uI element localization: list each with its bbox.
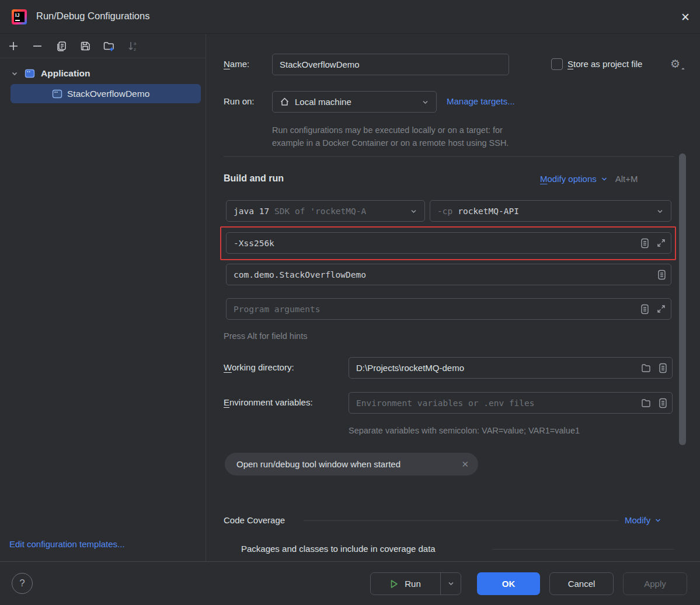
- ok-button[interactable]: OK: [477, 572, 540, 595]
- code-coverage-title: Code Coverage: [224, 515, 285, 525]
- working-directory-value: D:\Projects\rocketMQ-demo: [356, 363, 464, 373]
- chip-label: Open run/debug tool window when started: [236, 459, 401, 469]
- working-directory-field[interactable]: D:\Projects\rocketMQ-demo: [349, 357, 673, 379]
- field-hints-text: Press Alt for field hints: [224, 331, 307, 341]
- store-as-project-file-label: Store as project file: [567, 59, 642, 69]
- build-and-run-title: Build and run: [224, 173, 284, 184]
- jdk-value: java 17: [234, 207, 269, 216]
- classpath-prefix: -cp: [437, 207, 452, 216]
- run-on-hint-line2: example in a Docker Container or on a re…: [272, 138, 509, 148]
- application-type-icon: [24, 68, 36, 79]
- main-class-field[interactable]: com.demo.StackOverflowDemo: [226, 264, 671, 285]
- main-class-value: com.demo.StackOverflowDemo: [234, 270, 366, 279]
- environment-variables-field[interactable]: Environment variables or .env files: [349, 392, 673, 414]
- tree-item-label: StackOverflowDemo: [67, 89, 149, 99]
- open-tool-window-chip[interactable]: Open run/debug tool window when started …: [225, 453, 478, 475]
- browse-folder-icon[interactable]: [641, 363, 652, 373]
- intellij-logo-icon: IJ: [12, 9, 27, 25]
- run-options-split-button[interactable]: [440, 573, 461, 594]
- edit-configuration-templates-link[interactable]: Edit configuration templates...: [9, 539, 125, 549]
- environment-variables-hint: Separate variables with semicolon: VAR=v…: [349, 426, 580, 435]
- remove-configuration-icon[interactable]: [30, 39, 45, 54]
- title-bar: IJ Run/Debug Configurations ✕: [0, 0, 700, 34]
- section-divider: [224, 156, 674, 157]
- run-play-icon: [390, 579, 398, 589]
- modify-options-row: Modify options Alt+M: [540, 174, 638, 184]
- expand-list-icon[interactable]: [640, 304, 649, 314]
- expand-list-icon[interactable]: [659, 363, 667, 373]
- coverage-modify-link[interactable]: Modify: [625, 515, 650, 525]
- add-configuration-icon[interactable]: [6, 39, 21, 54]
- chevron-down-icon: [422, 99, 429, 106]
- run-button-label: Run: [405, 579, 421, 589]
- expand-list-icon[interactable]: [657, 270, 666, 280]
- jdk-detail: SDK of 'rocketMQ-A: [274, 207, 366, 216]
- help-button[interactable]: ?: [12, 573, 33, 594]
- run-on-value: Local machine: [295, 97, 351, 107]
- run-debug-configurations-dialog: IJ Run/Debug Configurations ✕: [0, 0, 700, 605]
- program-arguments-placeholder: Program arguments: [234, 305, 320, 314]
- chip-close-icon[interactable]: ✕: [461, 459, 469, 470]
- chevron-down-icon: [410, 208, 417, 215]
- name-label: Name:: [224, 59, 249, 69]
- modify-options-link[interactable]: Modify options: [540, 174, 597, 184]
- run-on-hint-line1: Run configurations may be executed local…: [272, 125, 503, 135]
- coverage-packages-divider: [492, 549, 674, 550]
- name-field[interactable]: [272, 54, 509, 75]
- name-input[interactable]: [280, 54, 502, 75]
- program-arguments-field[interactable]: Program arguments: [226, 298, 671, 320]
- svg-text:a: a: [134, 41, 137, 46]
- copy-configuration-icon[interactable]: [54, 39, 69, 54]
- browse-folder-icon[interactable]: [641, 398, 652, 408]
- run-on-label: Run on:: [224, 96, 255, 106]
- cancel-button[interactable]: Cancel: [549, 572, 614, 595]
- run-on-dropdown[interactable]: Local machine: [272, 91, 437, 113]
- expand-list-icon[interactable]: [659, 398, 667, 408]
- environment-variables-label: Environment variables:: [224, 397, 313, 407]
- chevron-down-icon: [11, 69, 19, 78]
- save-configuration-icon[interactable]: [78, 39, 93, 54]
- new-folder-icon[interactable]: [102, 39, 117, 54]
- application-run-config-icon: [51, 88, 63, 100]
- sidebar-divider: [206, 34, 206, 561]
- sort-alphabetically-icon[interactable]: a z: [126, 39, 141, 54]
- manage-targets-link[interactable]: Manage targets...: [447, 96, 515, 106]
- coverage-packages-label: Packages and classes to include in cover…: [241, 544, 436, 554]
- coverage-modify-row: Modify: [625, 515, 661, 525]
- code-coverage-divider: [304, 520, 619, 521]
- expand-editor-icon[interactable]: [656, 304, 666, 314]
- chevron-down-icon: [447, 580, 455, 587]
- store-as-project-file-checkbox[interactable]: [551, 58, 563, 70]
- window-title: Run/Debug Configurations: [36, 11, 149, 22]
- tree-group-application[interactable]: Application: [11, 64, 90, 82]
- jdk-dropdown[interactable]: java 17 SDK of 'rocketMQ-A: [226, 200, 425, 222]
- vertical-scrollbar[interactable]: [679, 153, 686, 445]
- apply-button[interactable]: Apply: [623, 572, 687, 595]
- classpath-value: rocketMQ-API: [458, 207, 519, 216]
- expand-editor-icon[interactable]: [656, 238, 666, 248]
- tree-group-label: Application: [41, 68, 90, 79]
- close-icon[interactable]: ✕: [675, 6, 696, 27]
- configurations-toolbar: a z: [0, 34, 206, 58]
- home-icon: [280, 97, 290, 107]
- svg-text:z: z: [134, 47, 136, 52]
- chevron-down-icon: [654, 517, 661, 524]
- run-button[interactable]: Run: [370, 572, 461, 595]
- vm-options-field[interactable]: -Xss256k: [226, 232, 671, 254]
- chevron-down-icon: [656, 208, 664, 215]
- chevron-down-icon: [601, 176, 608, 183]
- gear-icon[interactable]: ⚙: [670, 57, 683, 71]
- expand-list-icon[interactable]: [640, 238, 649, 249]
- classpath-dropdown[interactable]: -cp rocketMQ-API: [430, 200, 671, 222]
- working-directory-label: Working directory:: [224, 362, 294, 372]
- modify-options-shortcut: Alt+M: [615, 174, 638, 184]
- environment-variables-placeholder: Environment variables or .env files: [356, 398, 535, 408]
- tree-item-stackoverflowdemo[interactable]: StackOverflowDemo: [11, 84, 201, 103]
- vm-options-value: -Xss256k: [234, 239, 274, 248]
